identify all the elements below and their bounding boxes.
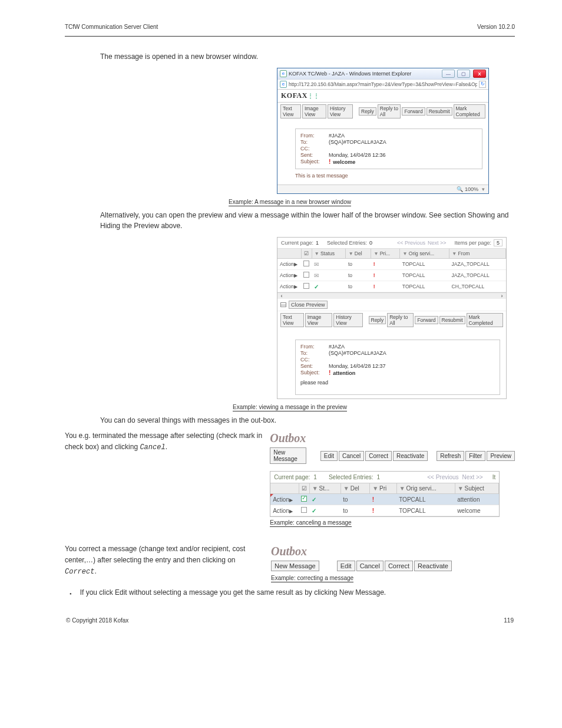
url-text[interactable]: http://172.20.150.63/Main.aspx?mainType=… (289, 81, 477, 87)
filter-button[interactable]: Filter (465, 451, 485, 461)
footer-copyright: © Copyright 2018 Kofax (66, 617, 128, 624)
refresh-button[interactable]: Refresh (437, 451, 464, 461)
filter-icon[interactable]: ▼ (315, 251, 319, 256)
select-all-icon[interactable]: ☑ (304, 251, 309, 256)
sec3-lead: You can do several things with messages … (100, 415, 515, 426)
reply-all-button[interactable]: Reply to All (378, 104, 401, 118)
refresh-icon[interactable]: ↻ (479, 81, 486, 88)
new-message-button[interactable]: New Message (271, 561, 319, 571)
inbox-grid: Current page: 1 Selected Entries: 0 << P… (277, 237, 507, 399)
reply-all-button[interactable]: Reply to All (387, 313, 414, 327)
mark-completed-button[interactable]: Mark Completed (467, 313, 504, 327)
image-view-button[interactable]: Image View (305, 313, 333, 327)
reactivate-button[interactable]: Reactivate (414, 561, 452, 571)
para2: Alternatively, you can open the preview … (100, 210, 515, 231)
close-button[interactable]: X (473, 70, 486, 78)
reactivate-button[interactable]: Reactivate (393, 451, 428, 461)
message-body: This is a test message (295, 173, 482, 179)
prev-page[interactable]: << Previous (427, 474, 458, 480)
new-message-button[interactable]: New Message (270, 447, 306, 464)
resubmit-button[interactable]: Resubmit (427, 107, 452, 116)
filter-icon[interactable]: ▼ (458, 485, 464, 492)
filter-icon[interactable]: ▼ (373, 251, 378, 256)
edit-button[interactable]: Edit (337, 561, 355, 571)
envelope-icon: ✉ (314, 261, 319, 268)
fig1-caption: Example: A message in a new browser wind… (229, 199, 351, 206)
row-checkbox[interactable] (303, 283, 309, 289)
minimize-button[interactable]: — (442, 70, 455, 78)
row-checkbox[interactable] (301, 496, 307, 502)
fig3a-caption: Example: canceling a message (270, 519, 351, 527)
priority-icon: ! (373, 284, 375, 289)
cancel-button[interactable]: Cancel (356, 561, 384, 571)
table-row[interactable]: Action▶ ✉ to ! TOPCALL JAZA,,TOPCALL (277, 270, 506, 281)
row-checkbox[interactable] (303, 261, 309, 266)
bullet-icon: ● (70, 592, 72, 597)
footer-page: 119 (504, 617, 514, 624)
image-view-button[interactable]: Image View (302, 104, 326, 118)
items-per-page[interactable]: 5 (494, 239, 503, 246)
window-title: KOFAX TC/Web - JAZA - Windows Internet E… (289, 71, 441, 77)
reply-button[interactable]: Reply (369, 316, 386, 324)
priority-icon: ! (373, 272, 375, 278)
zoom-icon[interactable]: 🔍 (457, 186, 463, 192)
zoom-level[interactable]: 100% (465, 186, 478, 192)
preview-header: From:#JAZA To:(SQA)#TOPCALL#JAZA CC: Sen… (295, 340, 500, 395)
outbox-heading: Outbox (270, 431, 515, 445)
row-checkbox[interactable] (301, 507, 307, 513)
filter-icon[interactable]: ▼ (372, 485, 378, 492)
envelope-icon: ✉ (314, 272, 319, 279)
resubmit-button[interactable]: Resubmit (439, 316, 465, 324)
next-page[interactable]: Next >> (462, 474, 483, 480)
text-view-button[interactable]: Text View (280, 313, 304, 327)
maximize-button[interactable]: ▢ (457, 70, 470, 78)
bullet-text: If you click Edit without selecting a me… (80, 588, 386, 597)
priority-icon: ! (372, 496, 374, 503)
priority-icon: ! (373, 261, 375, 267)
outbox-grid: Current page:1 Selected Entries:1 << Pre… (270, 471, 500, 517)
preview-button[interactable]: Preview (487, 451, 515, 461)
correct-button[interactable]: Correct (385, 561, 413, 571)
message-header: From:#JAZA To:(SQA)#TOPCALL#JAZA CC: Sen… (295, 129, 482, 169)
check-icon: ✓ (312, 496, 316, 503)
row-checkbox[interactable] (303, 272, 309, 278)
forward-button[interactable]: Forward (415, 316, 438, 324)
table-row[interactable]: Action▶ ✓ to ! TOPCALL CH,,TOPCALL (277, 281, 506, 292)
history-view-button[interactable]: History View (333, 313, 362, 327)
correct-text: You correct a message (change text and/o… (65, 543, 265, 578)
table-row[interactable]: Action▶ ✓ to ! TOPCALL welcome (270, 505, 499, 516)
ie-favicon-icon: e (280, 70, 287, 77)
intro-text: The message is opened in a new browser w… (100, 51, 515, 62)
fig3b-caption: Example: correcting a message (271, 575, 353, 582)
header-left: TCfW Communication Server Client (65, 24, 158, 30)
correct-button[interactable]: Correct (365, 451, 392, 461)
filter-icon[interactable]: ▼ (312, 485, 318, 492)
cancel-button[interactable]: Cancel (339, 451, 364, 461)
brand-bar: KOFAX⋮⋮ (277, 89, 488, 103)
mark-completed-button[interactable]: Mark Completed (454, 104, 485, 118)
url-favicon-icon: e (280, 81, 287, 88)
filter-icon[interactable]: ▼ (399, 485, 405, 492)
filter-icon[interactable]: ▼ (348, 251, 353, 256)
reply-button[interactable]: Reply (359, 107, 376, 116)
layout-icon[interactable] (280, 302, 286, 307)
table-row[interactable]: Action▶ ✉ to ! TOPCALL JAZA,,TOPCALL (277, 259, 506, 270)
filter-icon[interactable]: ▼ (343, 485, 349, 492)
horizontal-scrollbar[interactable]: ‹› (277, 292, 506, 299)
filter-icon[interactable]: ▼ (452, 251, 457, 256)
header-right: Version 10.2.0 (477, 24, 515, 30)
filter-icon[interactable]: ▼ (402, 251, 407, 256)
history-view-button[interactable]: History View (328, 104, 353, 118)
next-page[interactable]: Next >> (428, 240, 447, 246)
priority-icon: ! (329, 159, 330, 165)
zoom-dropdown-icon[interactable]: ▾ (482, 186, 485, 192)
close-preview-button[interactable]: Close Preview (289, 301, 328, 309)
outbox-heading: Outbox (271, 545, 515, 558)
select-all-icon[interactable]: ☑ (302, 485, 307, 492)
forward-button[interactable]: Forward (402, 107, 425, 116)
prev-page[interactable]: << Previous (397, 240, 425, 246)
fig2-caption: Example: viewing a message in the previe… (233, 404, 347, 411)
text-view-button[interactable]: Text View (280, 104, 301, 118)
table-row[interactable]: Action▶ ✓ to ! TOPCALL attention (270, 494, 499, 505)
edit-button[interactable]: Edit (320, 451, 338, 461)
